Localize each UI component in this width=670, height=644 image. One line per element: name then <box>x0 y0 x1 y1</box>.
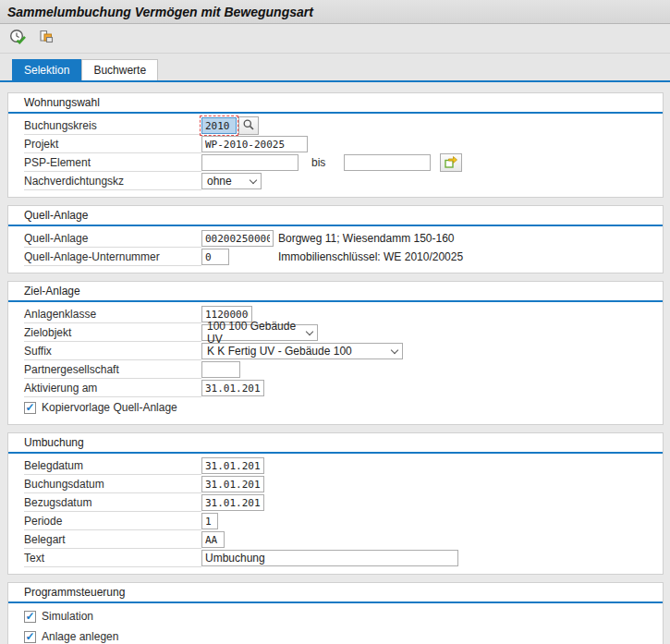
section-title: Quell-Anlage <box>8 206 663 225</box>
zielobjekt-label: Zielobjekt <box>24 323 201 342</box>
kopiervorlage-label: Kopiervorlage Quell-Anlage <box>42 401 177 414</box>
bezugsdatum-label: Bezugsdatum <box>24 493 201 512</box>
section-title: Umbuchung <box>8 433 663 452</box>
field-row-belegdatum: Belegdatum <box>8 456 663 475</box>
checkbox-row-anlage-anlegen: ✓ Anlage anlegen <box>8 626 663 644</box>
psp-element-from-input[interactable] <box>201 154 298 171</box>
projekt-input[interactable] <box>201 136 308 152</box>
tab-selektion-label: Selektion <box>24 64 69 77</box>
field-row-nachverdichtungskz: Nachverdichtungskz ohne <box>8 172 663 190</box>
unternummer-input[interactable] <box>201 249 229 265</box>
belegart-input[interactable] <box>201 531 225 548</box>
chevron-down-icon <box>306 327 313 334</box>
aktivierung-am-input[interactable] <box>201 380 264 396</box>
buchungsdatum-input[interactable] <box>201 476 264 492</box>
field-row-buchungsdatum: Buchungsdatum <box>8 475 663 493</box>
section-programmsteuerung: Programmsteuerung ✓ Simulation ✓ Anlage … <box>7 582 664 644</box>
bezugsdatum-input[interactable] <box>201 494 264 511</box>
page-title: Sammelumbuchung Vermögen mit Bewegungsar… <box>7 5 313 19</box>
psp-element-label: PSP-Element <box>24 153 201 172</box>
anlage-anlegen-label: Anlage anlegen <box>42 630 118 643</box>
periode-label: Periode <box>24 512 201 530</box>
partnergesellschaft-input[interactable] <box>201 361 240 378</box>
field-row-suffix: Suffix K K Fertig UV - Gebäude 100 <box>8 342 663 360</box>
section-ziel-anlage: Ziel-Anlage Anlagenklasse Zielobjekt 100… <box>7 281 664 425</box>
search-icon <box>242 118 255 134</box>
partnergesellschaft-label: Partnergesellschaft <box>24 360 201 379</box>
title-bar: Sammelumbuchung Vermögen mit Bewegungsar… <box>0 0 670 24</box>
chevron-down-icon <box>250 176 257 183</box>
simulation-checkbox[interactable]: ✓ <box>24 611 36 623</box>
field-row-zielobjekt: Zielobjekt 100 100 Gebäude UV <box>8 323 663 342</box>
belegdatum-input[interactable] <box>201 457 264 474</box>
field-row-anlagenklasse: Anlagenklasse <box>8 305 663 323</box>
text-label: Text <box>24 549 201 567</box>
suffix-label: Suffix <box>24 342 201 360</box>
field-row-projekt: Projekt <box>8 135 663 153</box>
belegdatum-label: Belegdatum <box>24 456 201 475</box>
buchungsdatum-label: Buchungsdatum <box>24 475 201 493</box>
field-row-partnergesellschaft: Partnergesellschaft <box>8 360 663 379</box>
nachverdichtungskz-value: ohne <box>207 175 232 188</box>
zielobjekt-dropdown[interactable]: 100 100 Gebäude UV <box>201 324 318 341</box>
kopiervorlage-checkbox[interactable]: ✓ <box>24 402 36 414</box>
quell-anlage-address-text: Borgweg 11; Wiesendamm 150-160 <box>278 232 455 245</box>
checkbox-row-simulation: ✓ Simulation <box>8 606 663 626</box>
immobilienschluessel-text: Immobilienschlüssel: WE 2010/20025 <box>278 250 463 263</box>
anlagenklasse-label: Anlagenklasse <box>24 305 201 323</box>
field-row-psp-element: PSP-Element bis <box>8 153 663 172</box>
suffix-dropdown[interactable]: K K Fertig UV - Gebäude 100 <box>201 343 403 359</box>
field-row-periode: Periode <box>8 512 663 530</box>
get-variant-button[interactable] <box>34 28 56 50</box>
quell-anlage-input[interactable] <box>201 230 274 247</box>
psp-element-multiple-selection-button[interactable] <box>440 153 462 172</box>
projekt-label: Projekt <box>24 135 201 153</box>
aktivierung-am-label: Aktivierung am <box>24 379 201 397</box>
nachverdichtungskz-dropdown[interactable]: ohne <box>201 173 262 189</box>
nachverdichtungskz-label: Nachverdichtungskz <box>24 172 201 190</box>
tab-buchwerte[interactable]: Buchwerte <box>81 59 158 80</box>
field-row-buchungskreis: Buchungskreis <box>8 116 663 135</box>
chevron-down-icon <box>391 346 398 353</box>
multiple-selection-icon <box>444 154 458 172</box>
get-variant-icon <box>37 29 55 49</box>
bis-label: bis <box>311 156 325 169</box>
quell-anlage-label: Quell-Anlage <box>24 229 201 248</box>
field-row-aktivierung-am: Aktivierung am <box>8 379 663 397</box>
field-row-unternummer: Quell-Anlage-Unternummer Immobilienschlü… <box>8 248 663 266</box>
periode-input[interactable] <box>201 513 218 529</box>
execute-button[interactable] <box>6 28 29 50</box>
section-umbuchung: Umbuchung Belegdatum Buchungsdatum Bezug… <box>7 432 664 575</box>
application-toolbar <box>0 24 670 54</box>
simulation-label: Simulation <box>42 610 93 623</box>
anlage-anlegen-checkbox[interactable]: ✓ <box>24 631 36 643</box>
field-row-belegart: Belegart <box>8 530 663 549</box>
selektion-tab-content: Wohnungswahl Buchungskreis Projekt <box>0 82 670 644</box>
tab-strip: Selektion Buchwerte <box>0 54 670 80</box>
section-title: Programmsteuerung <box>8 583 663 601</box>
belegart-label: Belegart <box>24 530 201 549</box>
section-wohnungswahl: Wohnungswahl Buchungskreis Projekt <box>7 92 664 198</box>
tab-selektion[interactable]: Selektion <box>12 59 81 80</box>
field-row-text: Text <box>8 549 663 567</box>
section-title: Ziel-Anlage <box>8 282 663 300</box>
field-row-quell-anlage: Quell-Anlage Borgweg 11; Wiesendamm 150-… <box>8 229 663 248</box>
checkbox-row-kopiervorlage: ✓ Kopiervorlage Quell-Anlage <box>8 397 663 418</box>
unternummer-label: Quell-Anlage-Unternummer <box>24 248 201 266</box>
text-input[interactable] <box>201 550 458 566</box>
psp-element-to-input[interactable] <box>344 154 431 171</box>
buchungskreis-input[interactable] <box>201 117 237 134</box>
field-row-bezugsdatum: Bezugsdatum <box>8 493 663 512</box>
section-title: Wohnungswahl <box>8 93 663 112</box>
zielobjekt-value: 100 100 Gebäude UV <box>207 320 299 346</box>
buchungskreis-search-button[interactable] <box>238 116 259 135</box>
execute-icon <box>9 29 27 49</box>
buchungskreis-label: Buchungskreis <box>24 116 201 135</box>
section-quell-anlage: Quell-Anlage Quell-Anlage Borgweg 11; Wi… <box>7 205 664 273</box>
suffix-value: K K Fertig UV - Gebäude 100 <box>207 345 352 358</box>
tab-buchwerte-label: Buchwerte <box>93 64 146 77</box>
